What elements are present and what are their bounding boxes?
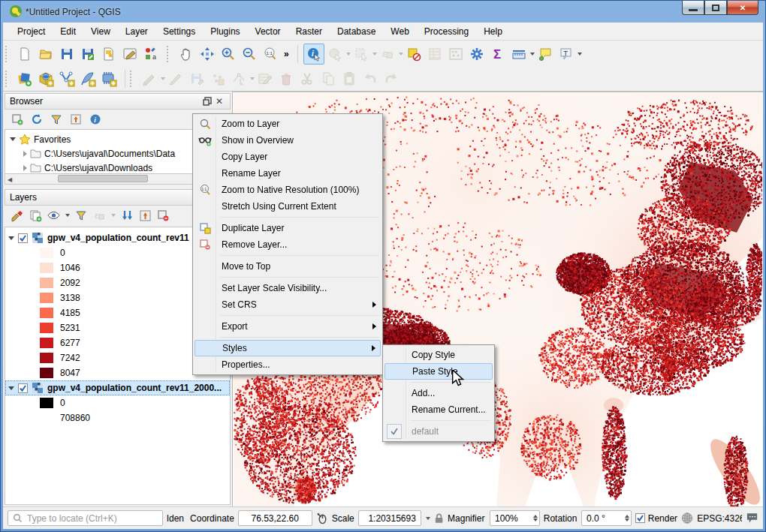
crs-globe-icon[interactable]: [681, 512, 693, 524]
submenu-rename-current[interactable]: Rename Current...: [385, 401, 493, 418]
add-point-feature-button[interactable]: [207, 68, 228, 89]
add-raster-layer-button[interactable]: [35, 68, 56, 89]
measure-button[interactable]: [508, 44, 529, 65]
menu-styles[interactable]: Styles: [195, 340, 381, 356]
add-mesh-layer-button[interactable]: [98, 68, 119, 89]
float-panel-icon[interactable]: [201, 95, 213, 107]
add-selected-layers-icon[interactable]: [11, 113, 24, 126]
filter-browser-icon[interactable]: [50, 113, 63, 126]
expand-all-icon[interactable]: [120, 209, 134, 222]
properties-widget-icon[interactable]: i: [89, 113, 102, 126]
menu-rename-layer[interactable]: Rename Layer: [195, 165, 381, 182]
scale-combo[interactable]: 1:20315693: [358, 510, 421, 526]
filter-by-expression-icon[interactable]: ε: [92, 209, 106, 222]
menu-database[interactable]: Database: [330, 24, 382, 39]
open-attribute-table-button[interactable]: [424, 44, 445, 65]
menu-processing[interactable]: Processing: [418, 24, 475, 39]
menu-copy-layer[interactable]: Copy Layer: [195, 149, 381, 165]
remove-layer-group-icon[interactable]: [156, 209, 170, 222]
spin-arrows-icon[interactable]: [533, 515, 538, 521]
deselect-all-button[interactable]: [403, 44, 424, 65]
submenu-default-style[interactable]: default: [385, 423, 493, 440]
add-vector-layer-button[interactable]: [56, 68, 77, 89]
menu-export[interactable]: Export: [195, 318, 381, 335]
menu-show-in-overview[interactable]: Show in Overview: [195, 132, 381, 149]
zoom-native-resolution-button[interactable]: 1:1: [260, 44, 281, 65]
spin-arrows-icon[interactable]: [625, 515, 629, 521]
toolbar-overflow-chevron[interactable]: »: [284, 49, 289, 59]
menu-settings[interactable]: Settings: [156, 24, 202, 39]
open-project-button[interactable]: [35, 44, 56, 65]
menu-help[interactable]: Help: [477, 24, 509, 39]
toolbar-grip[interactable]: [5, 46, 9, 62]
identify-features-button[interactable]: i: [303, 44, 324, 65]
save-layer-edits-button[interactable]: [186, 68, 207, 89]
statistics-button[interactable]: [445, 44, 466, 65]
zoom-out-button[interactable]: [239, 44, 260, 65]
title-bar[interactable]: *Untitled Project - QGIS ✕: [3, 1, 763, 23]
save-project-button[interactable]: [56, 44, 77, 65]
menu-raster[interactable]: Raster: [289, 24, 329, 39]
menu-plugins[interactable]: Plugins: [204, 24, 246, 39]
menu-set-layer-scale-visibility[interactable]: Set Layer Scale Visibility...: [195, 280, 381, 296]
menu-layer[interactable]: Layer: [119, 24, 155, 39]
render-checkbox[interactable]: Render: [635, 513, 677, 524]
messages-icon[interactable]: [746, 512, 758, 524]
toolbar-grip[interactable]: [5, 71, 9, 87]
delete-selected-button[interactable]: [276, 68, 297, 89]
redo-button[interactable]: [381, 68, 402, 89]
menu-project[interactable]: Project: [11, 24, 52, 39]
run-feature-action-button[interactable]: [324, 44, 345, 65]
modify-attributes-button[interactable]: [255, 68, 276, 89]
menu-set-crs[interactable]: Set CRS: [195, 296, 381, 313]
new-geopackage-layer-button[interactable]: [77, 68, 98, 89]
coordinate-input[interactable]: 76.53,22.60: [238, 510, 312, 526]
processing-toolbox-button[interactable]: [466, 44, 487, 65]
menu-zoom-native-resolution[interactable]: 1:1 Zoom to Native Resolution (100%): [195, 182, 381, 198]
toolbar-grip[interactable]: [167, 46, 170, 62]
toggle-editing-button[interactable]: [165, 68, 186, 89]
new-print-layout-button[interactable]: [98, 44, 119, 65]
menu-edit[interactable]: Edit: [53, 24, 83, 39]
collapse-all-layers-icon[interactable]: [138, 209, 152, 222]
expander-closed-icon[interactable]: [23, 151, 27, 157]
scale-dropdown-icon[interactable]: [426, 517, 430, 520]
submenu-copy-style[interactable]: Copy Style: [385, 347, 493, 363]
mouse-position-icon[interactable]: [316, 512, 328, 524]
add-group-icon[interactable]: [29, 209, 42, 222]
submenu-paste-style[interactable]: Paste Style: [385, 363, 493, 380]
locate-search-input[interactable]: Type to locate (Ctrl+K): [8, 510, 163, 526]
menu-properties[interactable]: Properties...: [195, 356, 381, 373]
zoom-full-button[interactable]: [197, 44, 218, 65]
menu-stretch-current-extent[interactable]: Stretch Using Current Extent: [195, 198, 381, 215]
menu-zoom-to-layer[interactable]: Zoom to Layer: [195, 116, 381, 132]
minimize-button[interactable]: [682, 1, 704, 15]
layer-styling-icon[interactable]: [11, 209, 24, 222]
cut-features-button[interactable]: [297, 68, 318, 89]
collapse-all-icon[interactable]: [69, 113, 83, 126]
menu-duplicate-layer[interactable]: Duplicate Layer: [195, 220, 381, 236]
copy-features-button[interactable]: [318, 68, 339, 89]
expander-open-icon[interactable]: [8, 236, 14, 240]
crs-status[interactable]: EPSG:4326: [697, 513, 742, 524]
select-features-button[interactable]: [351, 44, 372, 65]
close-button[interactable]: ✕: [727, 1, 758, 15]
layer-row-2-selected[interactable]: gpw_v4_population_count_rev11_2000...: [5, 380, 230, 395]
menu-move-to-top[interactable]: Move to Top: [195, 258, 381, 275]
expander-open-icon[interactable]: [10, 137, 16, 141]
rotation-spinbox[interactable]: 0.0 °: [581, 510, 632, 526]
new-project-button[interactable]: [14, 44, 35, 65]
layer-2-checkbox[interactable]: [18, 383, 28, 393]
lock-scale-icon[interactable]: [434, 512, 444, 524]
menu-web[interactable]: Web: [384, 24, 415, 39]
vertex-tool-button[interactable]: [228, 68, 249, 89]
layer-1-checkbox[interactable]: [18, 233, 28, 243]
current-edits-button[interactable]: [139, 68, 160, 89]
manage-map-themes-icon[interactable]: [47, 209, 60, 222]
magnifier-spinbox[interactable]: 100%: [490, 510, 540, 526]
data-source-manager-button[interactable]: [14, 68, 35, 89]
text-annotation-button[interactable]: T: [556, 44, 577, 65]
expander-closed-icon[interactable]: [23, 165, 27, 171]
toolbar-grip[interactable]: [130, 71, 134, 87]
menu-view[interactable]: View: [84, 24, 117, 39]
